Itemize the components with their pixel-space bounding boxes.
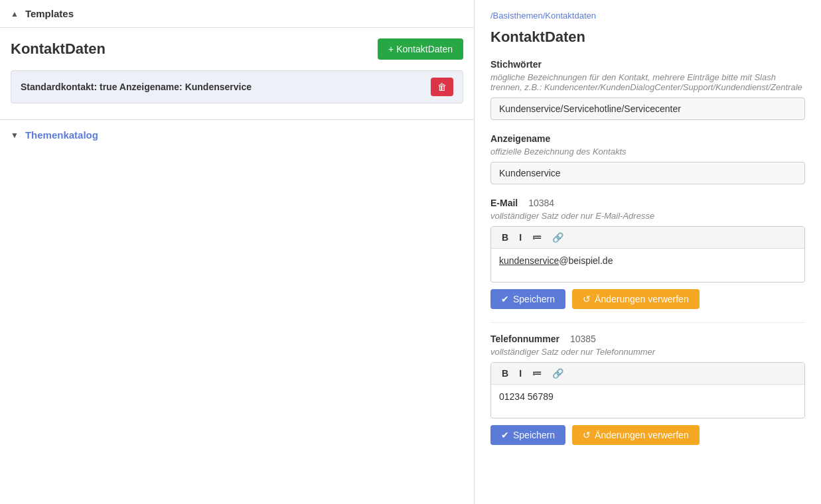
anzeigename-label: Anzeigename <box>490 133 805 144</box>
stichwörter-section: Stichwörter mögliche Bezeichnungen für d… <box>490 59 805 120</box>
email-bold-button[interactable]: B <box>498 231 512 244</box>
anzeigename-section: Anzeigename offizielle Bezeichnung des K… <box>490 133 805 184</box>
kontakt-title: KontaktDaten <box>11 40 106 58</box>
stichwörter-label: Stichwörter <box>490 59 805 70</box>
kontakt-header: KontaktDaten + KontaktDaten <box>11 38 463 60</box>
telefon-link-button[interactable]: 🔗 <box>548 367 567 380</box>
telefon-list-button[interactable]: ≔ <box>528 367 546 380</box>
telefon-bold-button[interactable]: B <box>498 367 512 380</box>
templates-chevron-icon: ▲ <box>11 9 19 19</box>
templates-section-header[interactable]: ▲ Templates <box>0 0 474 28</box>
telefon-content[interactable]: 01234 56789 <box>491 385 804 418</box>
telefon-undo-icon: ↺ <box>583 430 591 440</box>
email-actions: ✔ Speichern ↺ Änderungen verwerfen <box>490 289 805 309</box>
add-kontaktdaten-button[interactable]: + KontaktDaten <box>378 38 463 60</box>
email-hint: vollständiger Satz oder nur E-Mail-Adres… <box>490 211 805 221</box>
themenkatalog-section-header[interactable]: ▼ Themenkatalog <box>0 120 474 150</box>
stichwörter-input[interactable] <box>490 97 805 120</box>
telefon-discard-button[interactable]: ↺ Änderungen verwerfen <box>572 425 700 445</box>
email-id: 10384 <box>528 198 554 208</box>
telefon-link-icon: 🔗 <box>552 368 563 379</box>
telefon-id: 10385 <box>570 334 596 344</box>
stichwörter-hint: mögliche Bezeichnungen für den Kontakt, … <box>490 72 805 92</box>
anzeigename-hint: offizielle Bezeichnung des Kontakts <box>490 147 805 157</box>
email-section: E-Mail 10384 vollständiger Satz oder nur… <box>490 198 805 309</box>
email-editor: B I ≔ 🔗 kundenservice@beispiel.de <box>490 226 805 283</box>
link-icon: 🔗 <box>552 232 563 243</box>
telefon-editor: B I ≔ 🔗 01234 56789 <box>490 362 805 418</box>
contact-item-text: Standardkontakt: true Anzeigename: Kunde… <box>21 82 252 92</box>
email-save-button[interactable]: ✔ Speichern <box>490 289 565 309</box>
delete-contact-button[interactable]: 🗑 <box>431 78 453 96</box>
page-title: KontaktDaten <box>490 29 805 46</box>
email-label: E-Mail 10384 <box>490 198 805 208</box>
telefon-hint: vollständiger Satz oder nur Telefonnumme… <box>490 347 805 357</box>
kontakt-section: KontaktDaten + KontaktDaten Standardkont… <box>0 28 474 120</box>
telefon-save-button[interactable]: ✔ Speichern <box>490 425 565 445</box>
email-content-suffix: @beispiel.de <box>559 255 613 266</box>
telefon-label: Telefonnummer 10385 <box>490 334 805 344</box>
right-panel: /Basisthemen/Kontaktdaten KontaktDaten S… <box>475 0 821 504</box>
check-icon: ✔ <box>501 294 509 304</box>
telefon-actions: ✔ Speichern ↺ Änderungen verwerfen <box>490 425 805 445</box>
anzeigename-input[interactable] <box>490 162 805 184</box>
telefon-section: Telefonnummer 10385 vollständiger Satz o… <box>490 334 805 445</box>
trash-icon: 🗑 <box>437 82 447 92</box>
telefon-toolbar: B I ≔ 🔗 <box>491 363 804 385</box>
telefon-italic-button[interactable]: I <box>515 367 526 380</box>
email-discard-button[interactable]: ↺ Änderungen verwerfen <box>572 289 700 309</box>
email-content[interactable]: kundenservice@beispiel.de <box>491 249 804 282</box>
contact-item: Standardkontakt: true Anzeigename: Kunde… <box>11 70 463 103</box>
email-toolbar: B I ≔ 🔗 <box>491 227 804 249</box>
email-italic-button[interactable]: I <box>515 231 526 244</box>
templates-title: Templates <box>25 8 74 19</box>
email-list-button[interactable]: ≔ <box>528 231 546 244</box>
breadcrumb[interactable]: /Basisthemen/Kontaktdaten <box>490 11 805 21</box>
themenkatalog-title: Themenkatalog <box>25 129 98 141</box>
themenkatalog-chevron-icon: ▼ <box>11 131 19 140</box>
email-content-prefix: kundenservice <box>499 255 559 266</box>
left-panel: ▲ Templates KontaktDaten + KontaktDaten … <box>0 0 475 504</box>
divider <box>490 322 805 323</box>
telefon-content-text: 01234 56789 <box>499 391 554 402</box>
telefon-check-icon: ✔ <box>501 430 509 440</box>
undo-icon: ↺ <box>583 294 591 304</box>
email-link-button[interactable]: 🔗 <box>548 231 567 244</box>
